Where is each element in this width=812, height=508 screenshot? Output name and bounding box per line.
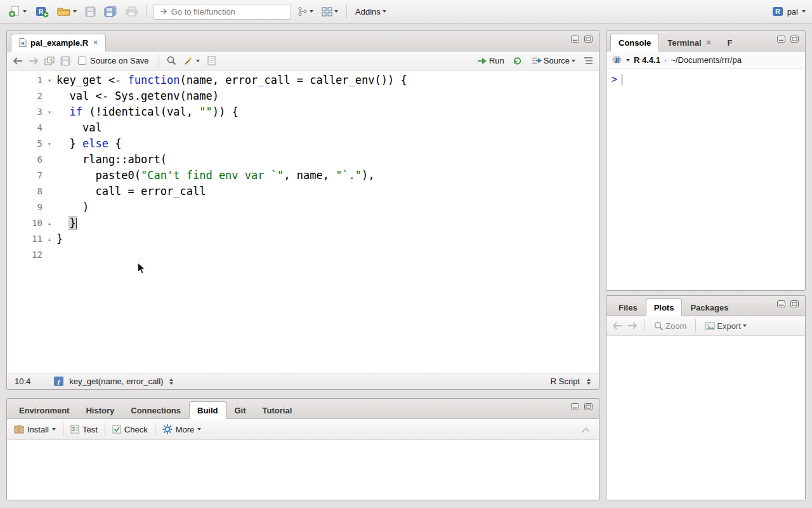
addins-label: Addins (355, 7, 381, 17)
fold-marker-icon[interactable]: ▴ (43, 231, 56, 247)
print-button[interactable] (124, 5, 140, 18)
maximize-icon[interactable] (790, 300, 799, 307)
chevron-down-icon[interactable] (626, 59, 630, 62)
chevron-down-icon[interactable] (572, 60, 575, 62)
fold-marker-icon[interactable]: ▴ (43, 215, 56, 231)
forward-icon[interactable] (29, 57, 39, 65)
tab-build[interactable]: Build (189, 401, 226, 419)
chevron-down-icon[interactable] (310, 10, 313, 13)
tab-environment[interactable]: Environment (11, 401, 77, 419)
editor-line[interactable]: 7 paste0("Can't find env var `", name, "… (7, 168, 599, 184)
test-button[interactable]: Test (70, 425, 98, 434)
version-control-button[interactable] (296, 5, 315, 18)
editor-line[interactable]: 8 call = error_call (7, 184, 599, 199)
close-icon[interactable] (93, 39, 98, 46)
tab-plots[interactable]: Plots (646, 298, 683, 316)
check-button[interactable]: Check (112, 425, 148, 434)
compile-report-icon[interactable] (207, 56, 216, 65)
save-icon[interactable] (60, 56, 70, 66)
source-on-save-checkbox[interactable] (78, 57, 86, 65)
editor-line[interactable]: 10▴ } (7, 215, 599, 231)
pane-layout-button[interactable] (320, 6, 340, 18)
tab-pal-example[interactable]: R pal_example.R (11, 34, 106, 51)
run-arrow-icon (477, 57, 487, 65)
chevron-down-icon[interactable] (197, 428, 201, 431)
working-directory[interactable]: ~/Documents/rrr/pa (671, 55, 742, 65)
chevron-down-icon[interactable] (73, 10, 77, 13)
source-on-save-toggle[interactable]: Source on Save (76, 55, 151, 67)
zoom-magnifier-icon (654, 321, 664, 331)
new-project-button[interactable]: R (33, 4, 51, 19)
file-type-selector[interactable]: R Script (551, 377, 591, 386)
chevron-down-icon[interactable] (743, 324, 747, 327)
editor-line[interactable]: 6 rlang::abort( (7, 152, 599, 168)
editor-line[interactable]: 12 (7, 247, 599, 263)
chevron-down-icon[interactable] (23, 10, 27, 13)
run-button[interactable]: Run (475, 55, 506, 67)
updown-icon[interactable] (169, 378, 174, 385)
minimize-icon[interactable] (571, 403, 579, 410)
tab-label: pal_example.R (30, 38, 88, 48)
tab-git[interactable]: Git (226, 401, 254, 419)
save-button[interactable] (83, 5, 98, 18)
function-context-selector[interactable]: key_get(name, error_call) (69, 377, 163, 386)
chevron-down-icon[interactable] (334, 10, 338, 13)
save-all-icon (104, 6, 117, 17)
project-name: pal (787, 7, 798, 17)
save-all-button[interactable] (102, 4, 119, 18)
project-selector[interactable]: R pal (772, 6, 806, 17)
tab-tutorial[interactable]: Tutorial (254, 401, 301, 419)
tab-packages[interactable]: Packages (682, 298, 737, 316)
tab-console[interactable]: Console (610, 34, 659, 51)
tab-partial[interactable]: F (719, 34, 735, 51)
close-icon[interactable] (707, 39, 711, 46)
export-button[interactable]: Export (703, 320, 749, 332)
chevron-down-icon[interactable] (52, 428, 56, 431)
source-button[interactable]: Source (530, 55, 577, 67)
tab-files[interactable]: Files (610, 298, 646, 316)
code-editor[interactable]: 1▾key_get <- function(name, error_call =… (7, 70, 599, 373)
minimize-icon[interactable] (777, 300, 785, 307)
tab-connections[interactable]: Connections (122, 401, 189, 419)
maximize-icon[interactable] (790, 36, 799, 43)
rerun-icon[interactable] (513, 57, 523, 65)
document-outline-icon[interactable] (584, 57, 593, 65)
minimize-icon[interactable] (777, 36, 785, 43)
maximize-icon[interactable] (584, 36, 593, 43)
minimize-icon[interactable] (571, 36, 579, 43)
editor-line[interactable]: 3▾ if (!identical(val, "")) { (7, 104, 599, 120)
tab-history[interactable]: History (77, 401, 122, 419)
code-tools-button[interactable] (182, 55, 202, 67)
chevron-down-icon[interactable] (383, 10, 386, 13)
addins-button[interactable]: Addins (353, 6, 388, 18)
fold-marker-icon[interactable]: ▾ (43, 72, 56, 88)
find-replace-icon[interactable] (167, 56, 176, 65)
editor-line[interactable]: 2 val <- Sys.getenv(name) (7, 88, 599, 104)
console-window-controls (773, 36, 799, 43)
editor-line[interactable]: 4 val (7, 120, 599, 136)
more-button[interactable]: More (162, 424, 202, 434)
zoom-button[interactable]: Zoom (652, 320, 688, 332)
back-icon[interactable] (13, 57, 23, 65)
console-output[interactable]: > (606, 69, 805, 290)
tab-terminal[interactable]: Terminal (659, 34, 719, 51)
forward-icon[interactable] (627, 322, 638, 330)
editor-line[interactable]: 9 ) (7, 199, 599, 215)
editor-line[interactable]: 1▾key_get <- function(name, error_call =… (7, 72, 599, 88)
chevron-down-icon[interactable] (196, 60, 200, 62)
back-icon[interactable] (612, 322, 622, 330)
goto-file-function-input[interactable] (171, 7, 285, 17)
editor-line[interactable]: 11▴} (7, 231, 599, 247)
popout-window-icon[interactable] (44, 57, 55, 65)
open-file-button[interactable] (55, 5, 79, 18)
goto-file-function-box[interactable] (153, 4, 291, 20)
broom-icon[interactable] (580, 425, 592, 434)
maximize-icon[interactable] (584, 403, 593, 410)
fold-marker-icon[interactable]: ▾ (43, 104, 56, 120)
chevron-down-icon[interactable] (802, 10, 806, 13)
editor-lines: 1▾key_get <- function(name, error_call =… (7, 72, 599, 263)
install-button[interactable]: Install (14, 425, 56, 434)
new-file-button[interactable] (6, 4, 29, 19)
fold-marker-icon[interactable]: ▾ (43, 136, 56, 152)
editor-line[interactable]: 5▾ } else { (7, 136, 599, 152)
